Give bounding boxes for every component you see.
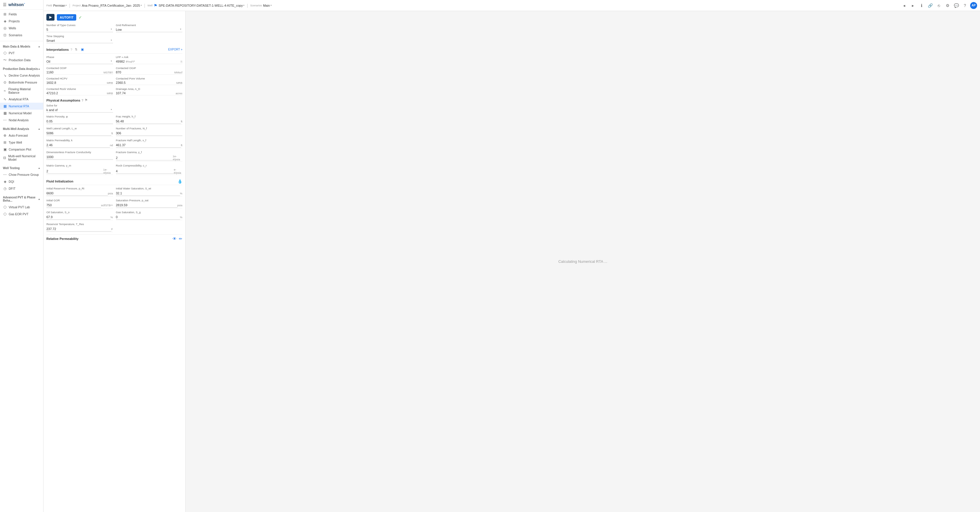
sidebar-item-bottomhole-pressure[interactable]: ⊙ Bottomhole Pressure [0,79,43,86]
chat-icon-button[interactable]: 💬 [953,2,960,9]
sidebar-section-header-pda[interactable]: Production Data Analysis ▲ [0,66,43,72]
phase-select[interactable]: Oil Gas [46,59,113,64]
frac-height-group: Frac Height, h_f ft [116,115,183,124]
frac-height-input[interactable] [116,119,181,124]
number-of-fractures-group: Number of Fractures, N_f [116,127,183,136]
sidebar-item-flowing-material-balance[interactable]: ≈ Flowing Material Balance [0,86,43,96]
sidebar-item-auto-forecast[interactable]: ⊕ Auto-Forecast [0,132,43,139]
interpretations-settings-icon[interactable]: ⇅ [74,47,78,52]
sidebar-item-fields[interactable]: ⊞ Fields [0,11,43,18]
sidebar-item-analytical-rta[interactable]: ∿ Analytical RTA [0,96,43,103]
sidebar-item-nodal-analysis[interactable]: ⋯ Nodal Analysis [0,116,43,124]
porosity-frac-height-row: Matrix Porosity, φ Frac Height, h_f ft [46,115,182,124]
sidebar-item-scenarios[interactable]: ⊡ Scenarios [0,32,43,38]
physical-assumptions-filter-icon[interactable]: ⚑ [85,98,88,102]
autofit-button[interactable]: AUTOFIT [57,14,76,21]
saturation-pressure-label: Saturation Pressure, p_sat [116,199,183,202]
sidebar-item-projects[interactable]: ◈ Projects [0,18,43,25]
sidebar-section-header-multi-well[interactable]: Multi-Well Analysis ▲ [0,126,43,132]
sidebar-item-gas-eor-pvt[interactable]: ⬡ Gas EOR PVT [0,211,43,218]
permeability-half-length-row: Matrix Permeability, k nd Fracture Half … [46,139,182,148]
sidebar-item-multi-well-numerical[interactable]: ⊟ Multi-well Numerical Model [0,153,43,163]
topbar-scenarios-select[interactable]: Main ▾ [263,4,272,7]
topbar-field-select[interactable]: Permian ▾ [53,4,67,7]
solve-for-select[interactable]: k and xf k xf [46,108,113,113]
run-button[interactable]: ▶ [46,14,54,21]
well-filter-icon[interactable]: ⚑ [154,3,158,8]
well-lateral-length-input[interactable] [46,131,111,136]
sidebar-item-numerical-model[interactable]: ▩ Numerical Model [0,110,43,116]
nav-forward-button[interactable]: ▸ [909,2,916,9]
sidebar-item-comparison-plot[interactable]: ▣ Comparison Plot [0,146,43,153]
sidebar-item-type-well[interactable]: ⊞ Type Well [0,139,43,146]
sidebar-item-production-data[interactable]: 〜 Production Data [0,57,43,64]
interpretations-comment-icon[interactable]: ▣ [80,47,85,52]
sidebar-item-dfit[interactable]: ◷ DFIT [0,185,43,192]
matrix-porosity-input[interactable] [46,119,113,124]
sidebar-item-label-analytical-rta: Analytical RTA [9,97,29,101]
sidebar-item-pvt[interactable]: ⬡ PVT [0,49,43,57]
time-stepping-label: Time Stepping [46,35,113,38]
sidebar-section-header-main-data[interactable]: Main Data & Models ▲ [0,43,43,49]
sidebar-item-decline-curve[interactable]: ↘ Decline Curve Analysis [0,72,43,79]
fracture-half-length-input[interactable] [116,143,181,148]
lfp-copy-button[interactable]: ⎘ [181,60,182,63]
wells-icon: ◎ [3,26,7,30]
initial-gor-input[interactable] [46,203,101,208]
topbar-scenarios-value: Main [263,4,270,7]
saturation-pressure-input[interactable] [116,203,177,208]
sidebar-item-wells[interactable]: ◎ Wells [0,25,43,32]
matrix-permeability-input[interactable] [46,143,110,148]
topbar-project-select[interactable]: Ana Proano_RTA Certification_Jan- 2025 ▾ [82,4,142,7]
fracture-gamma-input[interactable] [116,155,173,160]
time-stepping-select[interactable]: Smart Manual [46,38,113,43]
sidebar-multi-well-section: Multi-Well Analysis ▲ ⊕ Auto-Forecast ⊞ … [0,125,43,164]
sidebar-item-label-production-data: Production Data [9,58,30,62]
number-of-type-curves-select[interactable]: 5 3 7 [46,27,113,32]
grid-refinement-select[interactable]: Low Medium High [116,27,183,32]
initial-water-saturation-input[interactable] [116,191,180,196]
interpretations-info-icon[interactable]: ? [70,48,72,51]
sidebar-item-label-gas-eor-pvt: Gas EOR PVT [9,212,29,216]
sidebar-item-label-nodal-analysis: Nodal Analysis [9,118,29,122]
sidebar-item-numerical-rta[interactable]: ▦ Numerical RTA [0,103,43,110]
relative-permeability-eye-button[interactable]: 👁 [172,236,177,241]
oil-saturation-input[interactable] [46,215,110,220]
nodal-analysis-icon: ⋯ [3,118,7,122]
topbar-project-label: Project [73,4,81,7]
sidebar-item-chow-pressure[interactable]: ⋯ Chow Pressure Group [0,171,43,178]
sidebar-item-virtual-pvt-lab[interactable]: ⬡ Virtual PVT Lab [0,204,43,211]
dimensionless-fracture-conductivity-input[interactable] [46,155,113,160]
topbar-well-select[interactable]: SPE-DATA-REPOSITORY-DATASET-1-WELL-4-KIT… [159,4,245,7]
export-button[interactable]: EXPORT » [168,48,182,51]
relative-permeability-edit-button[interactable]: ✏ [179,236,182,241]
lateral-length-fractures-row: Well Lateral Length, L_w ft Number of Fr… [46,127,182,136]
contacted-ooip-edit-icon[interactable]: ⎘ [111,71,113,74]
gas-saturation-input[interactable] [116,215,180,220]
sidebar-section-header-well-testing[interactable]: Well Testing ▲ [0,165,43,171]
reservoir-temperature-input[interactable] [46,226,111,231]
matrix-permeability-label: Matrix Permeability, k [46,139,113,142]
rock-compressibility-input[interactable] [116,169,174,174]
frac-height-value-row: ft [116,119,183,124]
lfp-value-row: 49982 ft²md¹/² ⎘ [116,59,183,64]
initial-gor-edit-icon[interactable]: ✏ [111,204,113,207]
filter-icon-button[interactable]: ⚙ [944,2,951,9]
contacted-ogip-unit: MMscf [174,71,182,74]
number-of-fractures-input[interactable] [116,131,183,136]
hamburger-icon[interactable]: ☰ [3,2,7,7]
link-icon-button[interactable]: 🔗 [927,2,934,9]
share-icon-button[interactable]: ⎋ [935,2,942,9]
physical-assumptions-info-icon[interactable]: ? [81,99,83,102]
topbar-well-group: Well ⚑ SPE-DATA-REPOSITORY-DATASET-1-WEL… [148,3,245,8]
sidebar-item-dqi[interactable]: ◈ DQI [0,178,43,185]
sidebar-section-header-advanced-pvt[interactable]: Advanced PVT & Phase Beha... ▲ [0,195,43,204]
initial-reservoir-pressure-input[interactable] [46,191,108,196]
water-drop-icon[interactable]: 💧 [177,179,182,183]
info-icon-button[interactable]: ℹ [918,2,925,9]
user-avatar[interactable]: AP [970,2,977,9]
nav-back-button[interactable]: ◂ [900,2,907,9]
help-icon-button[interactable]: ? [961,2,969,9]
topbar-sep-1: | [69,3,70,8]
matrix-gamma-input[interactable] [46,169,103,174]
